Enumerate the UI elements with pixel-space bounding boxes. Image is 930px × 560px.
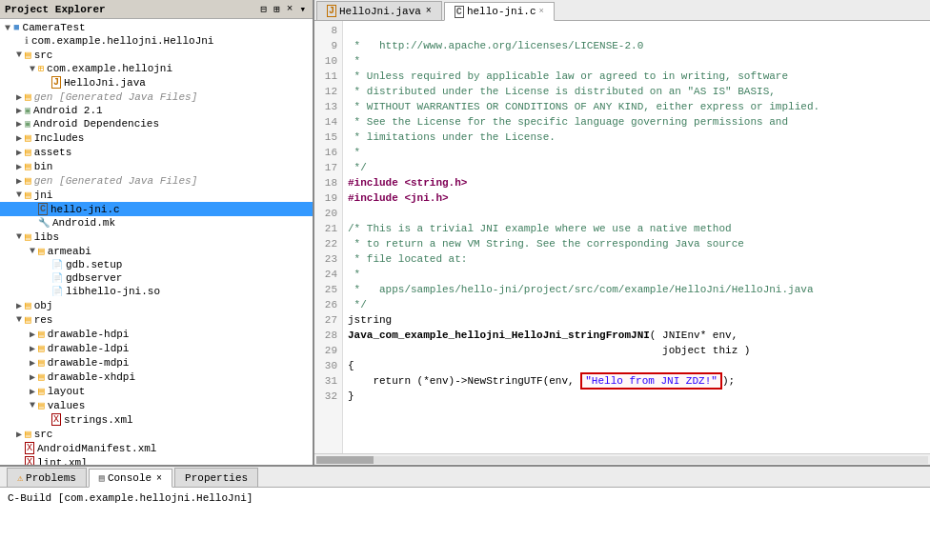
tree-item-androidmanifest[interactable]: X AndroidManifest.xml (0, 441, 313, 455)
tab-problems[interactable]: ⚠ Problems (7, 468, 87, 487)
expand-src2[interactable]: ▶ (13, 429, 25, 440)
layout-icon: ▤ (38, 385, 45, 397)
assets-label: assets (34, 147, 72, 158)
tree-item-src[interactable]: ▼ ▤ src (0, 48, 313, 62)
tab-properties[interactable]: Properties (174, 468, 258, 487)
obj-icon: ▤ (25, 299, 31, 311)
libs-icon: ▤ (25, 230, 31, 243)
tree-item-assets[interactable]: ▶ ▤ assets (0, 145, 313, 159)
android-deps-label: Android Dependencies (33, 118, 159, 130)
tree-item-lint-xml[interactable]: X lint.xml (0, 455, 313, 465)
expand-obj[interactable]: ▶ (13, 300, 25, 311)
tab-hellojni-java[interactable]: J HelloJni.java × (316, 1, 442, 20)
drawable-hdpi-label: drawable-hdpi (48, 329, 130, 340)
console-output: C-Build [com.example.hellojni.HelloJni] (0, 488, 930, 560)
tree-item-includes[interactable]: ▶ ▤ Includes (0, 130, 313, 145)
tree-item-gdb-setup[interactable]: 📄 gdb.setup (0, 258, 313, 271)
strings-xml-icon: X (51, 413, 61, 426)
sidebar-icon-1[interactable]: ⊟ (259, 3, 270, 15)
tab-c-icon: C (455, 6, 464, 18)
expand-assets[interactable]: ▶ (13, 147, 25, 158)
tree-item-gdbserver[interactable]: 📄 gdbserver (0, 271, 313, 285)
tree-item-libhello[interactable]: 📄 libhello-jni.so (0, 285, 313, 298)
src-label: src (34, 50, 53, 61)
tree-item-gen2[interactable]: ▶ ▤ gen [Generated Java Files] (0, 173, 313, 188)
expand-jni[interactable]: ▼ (13, 190, 25, 200)
expand-gen1[interactable]: ▶ (13, 91, 25, 103)
tree-item-com-package[interactable]: ▼ ⊞ com.example.hellojni (0, 62, 313, 75)
gdb-setup-icon: 📄 (51, 259, 63, 270)
expand-android21[interactable]: ▶ (13, 105, 25, 116)
expand-res[interactable]: ▼ (13, 314, 25, 325)
package-icon: ⊞ (38, 63, 44, 74)
gdbserver-label: gdbserver (66, 272, 122, 284)
sidebar-icon-2[interactable]: ⊞ (272, 3, 282, 15)
tree-item-hellojni-java[interactable]: J HelloJni.java (0, 75, 313, 90)
horizontal-scrollbar[interactable] (314, 453, 930, 465)
code-editor[interactable]: 8 9 10 11 12 13 14 15 16 17 18 19 20 21 … (314, 21, 930, 453)
expand-cameratest[interactable]: ▼ (2, 23, 13, 33)
code-content-area[interactable]: * http://www.apache.org/licenses/LICENSE… (343, 21, 930, 453)
layout-label: layout (48, 386, 86, 397)
tree-item-jni[interactable]: ▼ ▤ jni (0, 188, 313, 202)
tree-item-gen1[interactable]: ▶ ▤ gen [Generated Java Files] (0, 90, 313, 104)
problems-icon: ⚠ (17, 472, 23, 484)
tree-item-res[interactable]: ▼ ▤ res (0, 312, 313, 327)
tree-item-android-mk[interactable]: 🔧 Android.mk (0, 216, 313, 230)
tree-item-cameratest[interactable]: ▼ ■ CameraTest (0, 21, 313, 34)
c-file-icon: C (38, 203, 48, 215)
tree-item-obj[interactable]: ▶ ▤ obj (0, 298, 313, 312)
tab-hello-jni-c[interactable]: C hello-jni.c × (444, 2, 555, 21)
drawable-xhdpi-label: drawable-xhdpi (48, 371, 135, 383)
tree-item-drawable-hdpi[interactable]: ▶ ▤ drawable-hdpi (0, 327, 313, 341)
expand-drawable-ldpi[interactable]: ▶ (27, 343, 38, 354)
tab-console[interactable]: ▤ Console × (89, 469, 172, 488)
tab-hello-jni-c-modified: × (539, 7, 544, 16)
jni-icon: ▤ (25, 189, 31, 201)
tab-console-close[interactable]: × (156, 473, 162, 484)
expand-gen2[interactable]: ▶ (13, 175, 25, 187)
expand-includes[interactable]: ▶ (13, 132, 25, 144)
editor-panel: J HelloJni.java × C hello-jni.c × 8 9 10… (314, 0, 930, 465)
close-icon[interactable]: × (285, 3, 295, 15)
tree-item-src2[interactable]: ▶ ▤ src (0, 427, 313, 441)
gen1-icon: ▤ (25, 90, 31, 103)
expand-drawable-xhdpi[interactable]: ▶ (27, 371, 38, 383)
project-explorer-header: Project Explorer ⊟ ⊞ × ▾ (0, 0, 313, 19)
tree-item-drawable-ldpi[interactable]: ▶ ▤ drawable-ldpi (0, 341, 313, 355)
project-explorer-panel: Project Explorer ⊟ ⊞ × ▾ ▼ ■ CameraTest (0, 0, 314, 465)
expand-drawable-hdpi[interactable]: ▶ (27, 329, 38, 340)
tree-item-com-info[interactable]: ℹ com.example.hellojni.HelloJni (0, 34, 313, 48)
lint-icon: X (25, 456, 34, 465)
expand-layout[interactable]: ▶ (27, 386, 38, 397)
tree-item-android-deps[interactable]: ▶ ▣ Android Dependencies (0, 117, 313, 130)
project-explorer-title: Project Explorer (5, 4, 106, 15)
expand-armeabi[interactable]: ▼ (27, 246, 38, 256)
tree-item-strings-xml[interactable]: X strings.xml (0, 412, 313, 427)
src-folder-icon: ▤ (25, 49, 31, 61)
tree-item-bin[interactable]: ▶ ▤ bin (0, 159, 313, 173)
tab-hellojni-java-close[interactable]: × (426, 6, 432, 16)
expand-drawable-mdpi[interactable]: ▶ (27, 357, 38, 369)
tree-item-hello-jni-c[interactable]: C hello-jni.c (0, 202, 313, 216)
tree-item-layout[interactable]: ▶ ▤ layout (0, 384, 313, 398)
expand-android-deps[interactable]: ▶ (13, 118, 25, 130)
jni-label: jni (34, 190, 53, 201)
expand-values[interactable]: ▼ (27, 400, 38, 410)
expand-bin[interactable]: ▶ (13, 161, 25, 172)
gen1-label: gen [Generated Java Files] (34, 91, 198, 103)
gdbserver-icon: 📄 (51, 272, 63, 284)
expand-libs[interactable]: ▼ (13, 231, 25, 242)
tree-item-libs[interactable]: ▼ ▤ libs (0, 230, 313, 244)
tree-item-values[interactable]: ▼ ▤ values (0, 398, 313, 412)
menu-icon[interactable]: ▾ (297, 3, 308, 15)
expand-com-package[interactable]: ▼ (27, 64, 38, 74)
gdb-setup-label: gdb.setup (66, 259, 122, 270)
tree-item-drawable-mdpi[interactable]: ▶ ▤ drawable-mdpi (0, 355, 313, 370)
src2-icon: ▤ (25, 428, 31, 440)
tree-item-android21[interactable]: ▶ ▣ Android 2.1 (0, 104, 313, 117)
expand-src[interactable]: ▼ (13, 50, 25, 60)
line-numbers: 8 9 10 11 12 13 14 15 16 17 18 19 20 21 … (314, 21, 343, 453)
tree-item-drawable-xhdpi[interactable]: ▶ ▤ drawable-xhdpi (0, 370, 313, 384)
tree-item-armeabi[interactable]: ▼ ▤ armeabi (0, 244, 313, 258)
